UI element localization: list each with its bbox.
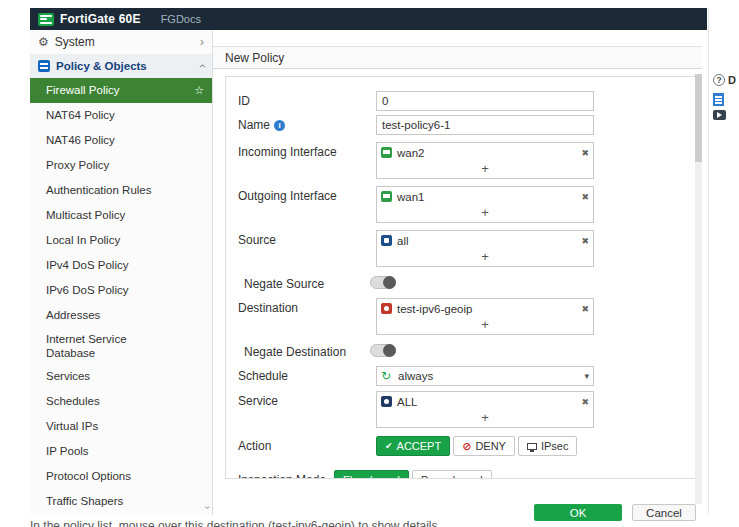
toggle-knob bbox=[383, 276, 396, 289]
info-icon: i bbox=[274, 120, 285, 131]
sidebar-item-system[interactable]: ⚙ System › bbox=[30, 30, 212, 54]
sidebar-item-virtual-ips[interactable]: Virtual IPs bbox=[30, 414, 212, 439]
caret-down-icon: ▾ bbox=[584, 371, 589, 381]
video-icon[interactable] bbox=[713, 110, 726, 120]
entry-label: wan2 bbox=[397, 147, 425, 159]
schedule-select[interactable]: ↻ always ▾ bbox=[376, 366, 594, 386]
geoip-address-entry[interactable]: test-ipv6-geoip ✖ bbox=[377, 299, 593, 318]
incoming-interface-box: wan2 ✖ + bbox=[376, 142, 594, 179]
sidebar-item-label: Virtual IPs bbox=[46, 414, 98, 439]
sidebar: ⚙ System › Policy & Objects › Firewall P… bbox=[30, 30, 213, 515]
policy-objects-icon bbox=[38, 60, 50, 72]
service-entry[interactable]: ALL ✖ bbox=[377, 392, 593, 411]
address-entry[interactable]: all ✖ bbox=[377, 231, 593, 250]
remove-icon[interactable]: ✖ bbox=[581, 304, 589, 314]
scrollbar-thumb[interactable] bbox=[695, 74, 702, 162]
name-input[interactable] bbox=[376, 115, 594, 135]
sidebar-item-nat46-policy[interactable]: NAT46 Policy bbox=[30, 128, 212, 153]
topbar: FortiGate 60E FGDocs bbox=[30, 8, 707, 30]
sidebar-item-ip-pools[interactable]: IP Pools bbox=[30, 439, 212, 464]
sidebar-item-label: Traffic Shapers bbox=[46, 489, 123, 514]
remove-icon[interactable]: ✖ bbox=[581, 148, 589, 158]
gear-icon: ⚙ bbox=[38, 36, 49, 48]
sidebar-item-label: Schedules bbox=[46, 389, 100, 414]
negate-destination-toggle[interactable] bbox=[370, 344, 396, 357]
sidebar-item-nat64-policy[interactable]: NAT64 Policy bbox=[30, 103, 212, 128]
source-box: all ✖ + bbox=[376, 230, 594, 267]
action-ipsec-button[interactable]: IPsec bbox=[518, 436, 578, 456]
add-entry-button[interactable]: + bbox=[377, 206, 593, 222]
sidebar-item-protocol-options[interactable]: Protocol Options bbox=[30, 464, 212, 489]
add-entry-button[interactable]: + bbox=[377, 411, 593, 427]
caption-text: In the policy list, mouse over this dest… bbox=[30, 519, 720, 527]
id-label: ID bbox=[238, 91, 376, 108]
id-input[interactable] bbox=[376, 91, 594, 111]
star-icon[interactable]: ☆ bbox=[194, 78, 204, 103]
inspection-proxy-based-button[interactable]: Proxy-based bbox=[412, 470, 492, 479]
inspection-flow-based-button[interactable]: Flow-based bbox=[334, 470, 409, 479]
destination-box: test-ipv6-geoip ✖ + bbox=[376, 298, 594, 335]
page-title: New Policy bbox=[213, 46, 702, 69]
sidebar-item-label: Local In Policy bbox=[46, 228, 120, 253]
address-icon bbox=[381, 235, 392, 246]
sidebar-item-services[interactable]: Services bbox=[30, 364, 212, 389]
sidebar-item-label: Proxy Policy bbox=[46, 153, 109, 178]
main-scrollbar[interactable] bbox=[695, 74, 702, 504]
selected-schedule: always bbox=[398, 370, 433, 382]
service-icon bbox=[381, 396, 392, 407]
name-label: Namei bbox=[238, 115, 376, 132]
sidebar-item-local-in-policy[interactable]: Local In Policy bbox=[30, 228, 212, 253]
service-box: ALL ✖ + bbox=[376, 391, 594, 428]
service-label: Service bbox=[238, 391, 376, 408]
monitor-icon bbox=[527, 443, 537, 450]
action-accept-label: ACCEPT bbox=[397, 440, 442, 452]
interface-entry[interactable]: wan1 ✖ bbox=[377, 187, 593, 206]
hostname: FGDocs bbox=[161, 13, 201, 25]
remove-icon[interactable]: ✖ bbox=[581, 192, 589, 202]
action-segment: ✔ ACCEPT ⊘ DENY IPsec bbox=[376, 436, 577, 456]
document-icon[interactable] bbox=[713, 93, 724, 106]
recurring-schedule-icon: ↻ bbox=[381, 371, 393, 382]
sidebar-item-ipv4-dos-policy[interactable]: IPv4 DoS Policy bbox=[30, 253, 212, 278]
remove-icon[interactable]: ✖ bbox=[581, 236, 589, 246]
sidebar-item-schedules[interactable]: Schedules bbox=[30, 389, 212, 414]
sidebar-item-label: Protocol Options bbox=[46, 464, 131, 489]
sidebar-item-label: NAT64 Policy bbox=[46, 103, 115, 128]
sidebar-item-proxy-policy[interactable]: Proxy Policy bbox=[30, 153, 212, 178]
scroll-down-icon[interactable]: › bbox=[202, 506, 213, 509]
action-accept-button[interactable]: ✔ ACCEPT bbox=[376, 436, 450, 456]
proxy-based-label: Proxy-based bbox=[421, 474, 483, 479]
sidebar-item-traffic-shapers[interactable]: Traffic Shapers bbox=[30, 489, 212, 514]
incoming-interface-label: Incoming Interface bbox=[238, 142, 376, 159]
add-entry-button[interactable]: + bbox=[377, 318, 593, 334]
geoip-address-icon bbox=[381, 303, 392, 314]
sidebar-item-ipv6-dos-policy[interactable]: IPv6 DoS Policy bbox=[30, 278, 212, 303]
sidebar-item-label: Internet Service Database bbox=[46, 332, 172, 360]
sidebar-item-label: Firewall Policy bbox=[46, 78, 120, 103]
sidebar-item-authentication-rules[interactable]: Authentication Rules bbox=[30, 178, 212, 203]
sidebar-item-label: System bbox=[55, 35, 95, 49]
outgoing-interface-box: wan1 ✖ + bbox=[376, 186, 594, 223]
remove-icon[interactable]: ✖ bbox=[581, 397, 589, 407]
sidebar-item-label: Multicast Policy bbox=[46, 203, 125, 228]
fortinet-logo-icon bbox=[38, 13, 54, 26]
interface-entry[interactable]: wan2 ✖ bbox=[377, 143, 593, 162]
inspection-mode-segment: Flow-based Proxy-based bbox=[334, 470, 492, 479]
add-entry-button[interactable]: + bbox=[377, 162, 593, 178]
negate-source-toggle[interactable] bbox=[370, 276, 396, 289]
help-icon[interactable]: ? bbox=[713, 74, 725, 86]
sidebar-item-addresses[interactable]: Addresses bbox=[30, 303, 212, 328]
inspection-mode-label: Inspection Mode bbox=[238, 470, 326, 479]
action-deny-button[interactable]: ⊘ DENY bbox=[453, 436, 515, 456]
destination-label: Destination bbox=[238, 298, 376, 315]
outgoing-interface-label: Outgoing Interface bbox=[238, 186, 376, 203]
negate-source-label: Negate Source bbox=[238, 274, 370, 291]
sidebar-item-internet-service-database[interactable]: Internet Service Database bbox=[30, 328, 212, 364]
add-entry-button[interactable]: + bbox=[377, 250, 593, 266]
check-icon: ✔ bbox=[385, 441, 393, 451]
sidebar-item-policy-objects[interactable]: Policy & Objects › bbox=[30, 54, 212, 78]
chevron-right-icon: › bbox=[200, 35, 204, 49]
chevron-up-icon: › bbox=[195, 64, 209, 68]
sidebar-item-firewall-policy[interactable]: Firewall Policy ☆ bbox=[30, 78, 212, 103]
sidebar-item-multicast-policy[interactable]: Multicast Policy bbox=[30, 203, 212, 228]
